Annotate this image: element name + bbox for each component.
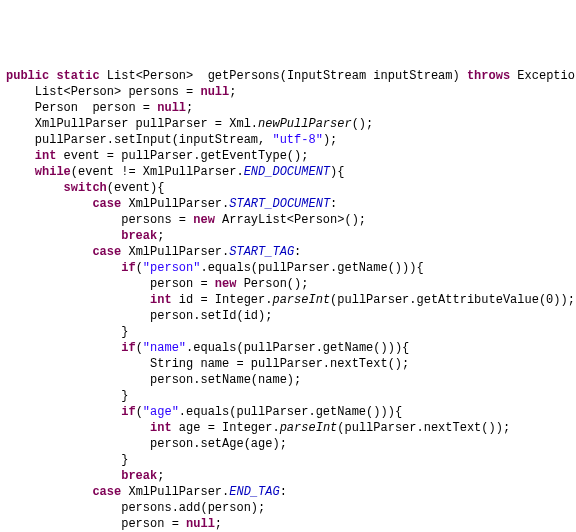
code-text: }: [6, 389, 128, 403]
code-text: [6, 485, 92, 499]
code-text: .equals(pullParser.getName())){: [179, 405, 402, 419]
static-method: parseInt: [280, 421, 338, 435]
code-text: [6, 229, 121, 243]
code-text: id = Integer.: [172, 293, 273, 307]
keyword-case: case: [92, 197, 121, 211]
code-text: [6, 405, 121, 419]
code-text: [6, 245, 92, 259]
constant: START_DOCUMENT: [229, 197, 330, 211]
keyword-break: break: [121, 469, 157, 483]
code-text: person =: [6, 277, 215, 291]
constant: END_TAG: [229, 485, 279, 499]
code-text: persons.add(person);: [6, 501, 265, 515]
code-text: pullParser.setInput(inputStream,: [6, 133, 272, 147]
code-text: List<Person> persons =: [6, 85, 200, 99]
string-literal: 8": [308, 133, 322, 147]
code-text: ;: [186, 101, 193, 115]
code-text: ;: [157, 229, 164, 243]
keyword-int: int: [150, 293, 172, 307]
keyword-new: new: [193, 213, 215, 227]
keyword-if: if: [121, 261, 135, 275]
code-text: [6, 293, 150, 307]
keyword-if: if: [121, 341, 135, 355]
code-text: }: [6, 453, 128, 467]
keyword-case: case: [92, 245, 121, 259]
static-method: newPullParser: [258, 117, 352, 131]
code-text: :: [294, 245, 301, 259]
code-text: [6, 149, 35, 163]
code-text: person =: [6, 517, 186, 531]
keyword-public: public: [6, 69, 49, 83]
code-text: ();: [352, 117, 374, 131]
keyword-int: int: [150, 421, 172, 435]
code-text: person.setAge(age);: [6, 437, 287, 451]
code-text: .equals(pullParser.getName())){: [186, 341, 409, 355]
code-text: }: [6, 325, 128, 339]
code-text: (: [136, 341, 143, 355]
keyword-int: int: [35, 149, 57, 163]
code-text: XmlPullParser.: [121, 197, 229, 211]
keyword-throws: throws: [467, 69, 510, 83]
return-type: List<Person>: [107, 69, 193, 83]
keyword-new: new: [215, 277, 237, 291]
keyword-break: break: [121, 229, 157, 243]
keyword-null: null: [157, 101, 186, 115]
code-text: (: [136, 261, 143, 275]
code-text: age = Integer.: [172, 421, 280, 435]
code-text: (event){: [107, 181, 165, 195]
code-text: .equals(pullParser.getName())){: [200, 261, 423, 275]
code-text: (pullParser.nextText());: [337, 421, 510, 435]
code-text: String name = pullParser.nextText();: [6, 357, 409, 371]
params: (InputStream inputStream): [280, 69, 467, 83]
string-literal: "utf-: [272, 133, 308, 147]
keyword-case: case: [92, 485, 121, 499]
string-literal: "person": [143, 261, 201, 275]
code-text: :: [330, 197, 337, 211]
constant: START_TAG: [229, 245, 294, 259]
constant: END_DOCUMENT: [244, 165, 330, 179]
code-editor[interactable]: public static List<Person> getPersons(In…: [6, 68, 570, 532]
code-text: person.setName(name);: [6, 373, 301, 387]
code-text: event = pullParser.getEventType();: [56, 149, 308, 163]
code-text: (event != XmlPullParser.: [71, 165, 244, 179]
code-text: [6, 165, 35, 179]
keyword-while: while: [35, 165, 71, 179]
code-text: );: [323, 133, 337, 147]
code-text: (pullParser.getAttributeValue(0));: [330, 293, 575, 307]
code-text: ArrayList<Person>();: [215, 213, 366, 227]
code-text: [6, 421, 150, 435]
code-text: [6, 469, 121, 483]
code-text: ){: [330, 165, 344, 179]
code-text: [6, 181, 64, 195]
code-text: persons =: [6, 213, 193, 227]
code-text: (: [136, 405, 143, 419]
static-method: parseInt: [272, 293, 330, 307]
keyword-null: null: [200, 85, 229, 99]
code-text: [6, 341, 121, 355]
code-text: Person();: [236, 277, 308, 291]
code-text: :: [280, 485, 287, 499]
throws-type: Exception{: [510, 69, 576, 83]
code-text: Person person =: [6, 101, 157, 115]
code-text: ;: [215, 517, 222, 531]
code-text: XmlPullParser.: [121, 485, 229, 499]
code-text: person.setId(id);: [6, 309, 272, 323]
keyword-if: if: [121, 405, 135, 419]
string-literal: "name": [143, 341, 186, 355]
code-text: ;: [229, 85, 236, 99]
string-literal: "age": [143, 405, 179, 419]
keyword-switch: switch: [64, 181, 107, 195]
code-text: ;: [157, 469, 164, 483]
keyword-null: null: [186, 517, 215, 531]
code-text: [6, 197, 92, 211]
method-name: getPersons: [208, 69, 280, 83]
code-text: [6, 261, 121, 275]
keyword-static: static: [56, 69, 99, 83]
code-text: XmlPullParser.: [121, 245, 229, 259]
code-text: XmlPullParser pullParser = Xml.: [6, 117, 258, 131]
